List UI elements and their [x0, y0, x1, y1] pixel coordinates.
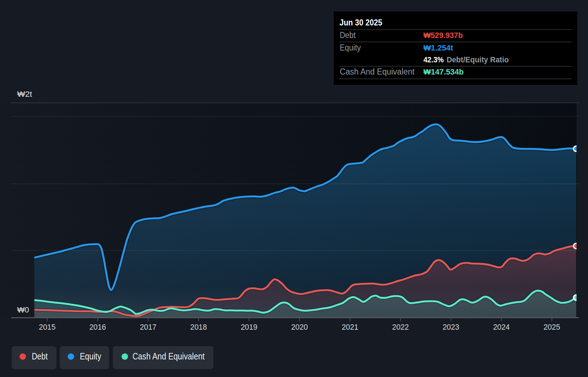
svg-text:2018: 2018 [190, 323, 207, 331]
svg-text:2021: 2021 [342, 323, 358, 331]
svg-text:₩1.254t: ₩1.254t [423, 43, 453, 52]
svg-text:2024: 2024 [493, 323, 510, 331]
svg-text:Equity: Equity [80, 351, 101, 362]
svg-text:Jun 30 2025: Jun 30 2025 [339, 18, 382, 27]
svg-text:Debt/Equity Ratio: Debt/Equity Ratio [447, 55, 509, 64]
svg-text:Equity: Equity [340, 43, 361, 52]
svg-text:2017: 2017 [140, 323, 156, 331]
svg-text:₩2t: ₩2t [17, 90, 32, 99]
svg-text:Debt: Debt [32, 351, 48, 362]
svg-text:2015: 2015 [39, 323, 56, 331]
svg-text:42.3%: 42.3% [423, 55, 444, 64]
svg-text:2025: 2025 [544, 323, 560, 331]
svg-text:2023: 2023 [443, 323, 459, 331]
svg-text:2020: 2020 [291, 323, 308, 331]
svg-text:Cash And Equivalent: Cash And Equivalent [132, 351, 205, 362]
svg-text:₩0: ₩0 [17, 305, 29, 314]
svg-text:Cash And Equivalent: Cash And Equivalent [340, 67, 415, 76]
svg-text:2019: 2019 [241, 323, 257, 331]
svg-text:₩529.937b: ₩529.937b [423, 31, 463, 40]
svg-text:Debt: Debt [340, 30, 356, 40]
svg-text:2016: 2016 [89, 323, 106, 331]
svg-text:2022: 2022 [392, 323, 409, 331]
svg-text:₩147.534b: ₩147.534b [423, 67, 463, 76]
